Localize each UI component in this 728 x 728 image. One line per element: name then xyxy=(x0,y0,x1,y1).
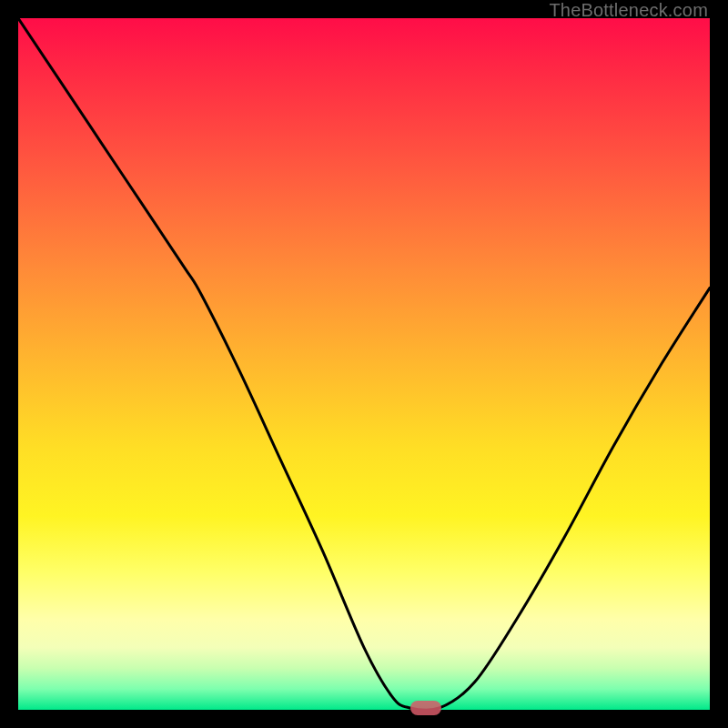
chart-frame: TheBottleneck.com xyxy=(0,0,728,728)
watermark-text: TheBottleneck.com xyxy=(549,0,708,21)
optimal-marker xyxy=(410,701,441,715)
bottleneck-curve xyxy=(18,18,710,710)
chart-plot-area xyxy=(18,18,710,710)
